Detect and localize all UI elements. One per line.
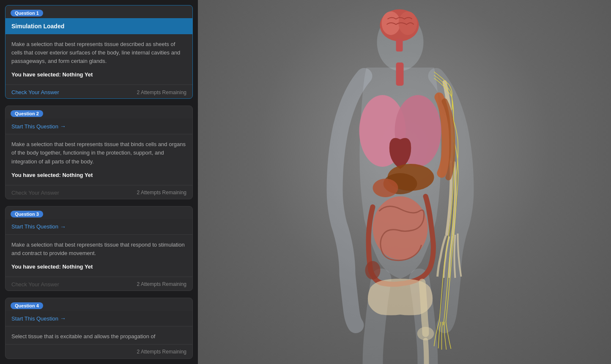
selected-label-3: You have selected: Nothing Yet <box>11 263 186 270</box>
check-answer-disabled-2: Check Your Answer <box>11 190 59 196</box>
question-badge-4: Question 4 <box>11 302 43 309</box>
header-title-1: Simulation Loaded <box>11 23 64 30</box>
svg-point-12 <box>365 261 381 280</box>
start-question-btn-2[interactable]: Start This Question → <box>11 123 66 130</box>
check-answer-disabled-3: Check Your Answer <box>11 281 59 288</box>
question-body-2: Make a selection that best represents ti… <box>5 134 192 185</box>
start-question-btn-4[interactable]: Start This Question → <box>11 315 66 322</box>
question-description-4: Select tissue that is excitable and allo… <box>11 332 186 341</box>
questions-panel: Question 1 Simulation Loaded Make a sele… <box>0 0 198 364</box>
question-card-2: Question 2 Start This Question → Make a … <box>5 106 193 199</box>
question-badge-row-1: Question 1 <box>5 5 192 18</box>
question-card-3: Question 3 Start This Question → Make a … <box>5 206 193 291</box>
attempts-text-2: 2 Attempts Remaining <box>137 190 186 196</box>
human-body-svg <box>198 0 611 364</box>
question-badge-row-2: Question 2 <box>5 106 192 119</box>
body-illustration-panel <box>198 0 611 364</box>
question-badge-row-4: Question 4 <box>5 298 192 311</box>
question-footer-4: 2 Attempts Remaining <box>5 344 192 359</box>
start-question-row-4[interactable]: Start This Question → <box>5 311 192 326</box>
selected-label-1: You have selected: Nothing Yet <box>11 71 186 78</box>
question-footer-3: Check Your Answer2 Attempts Remaining <box>5 277 192 291</box>
question-body-3: Make a selection that best represents ti… <box>5 235 192 277</box>
svg-rect-4 <box>396 39 403 52</box>
active-header-1: Simulation Loaded <box>5 18 192 34</box>
question-description-2: Make a selection that best represents ti… <box>11 140 186 166</box>
arrow-icon-3: → <box>60 223 66 230</box>
question-footer-1: Check Your Answer2 Attempts Remaining <box>5 84 192 99</box>
attempts-text-3: 2 Attempts Remaining <box>137 281 186 287</box>
svg-point-10 <box>373 179 398 197</box>
start-question-row-2[interactable]: Start This Question → <box>5 119 192 134</box>
selected-label-2: You have selected: Nothing Yet <box>11 172 186 178</box>
attempts-text-4: 2 Attempts Remaining <box>137 349 186 355</box>
start-question-row-3[interactable]: Start This Question → <box>5 219 192 235</box>
question-card-4: Question 4 Start This Question → Select … <box>5 298 193 359</box>
question-badge-row-3: Question 3 <box>5 206 192 219</box>
question-card-1: Question 1 Simulation Loaded Make a sele… <box>5 5 193 99</box>
attempts-text-1: 2 Attempts Remaining <box>137 90 186 95</box>
arrow-icon-2: → <box>60 123 66 130</box>
question-description-1: Make a selection that best represents ti… <box>11 40 186 65</box>
question-description-3: Make a selection that best represents ti… <box>11 241 186 258</box>
question-body-1: Make a selection that best represents ti… <box>5 34 192 84</box>
arrow-icon-4: → <box>60 315 66 322</box>
question-footer-2: Check Your Answer2 Attempts Remaining <box>5 185 192 199</box>
question-badge-2: Question 2 <box>11 110 43 117</box>
check-answer-btn-1[interactable]: Check Your Answer <box>11 89 59 95</box>
question-badge-1: Question 1 <box>11 10 43 16</box>
start-question-btn-3[interactable]: Start This Question → <box>11 223 66 230</box>
question-badge-3: Question 3 <box>11 211 43 217</box>
svg-rect-7 <box>396 62 404 86</box>
question-body-4: Select tissue that is excitable and allo… <box>5 326 192 344</box>
